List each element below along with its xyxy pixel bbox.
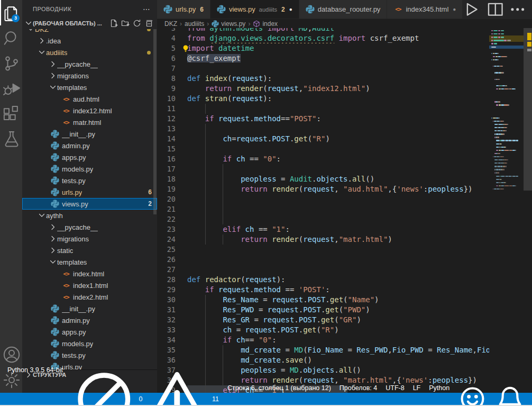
status-notifications[interactable] — [491, 384, 529, 406]
code-line-19[interactable]: 19 return render(request, "aud.html",{'n… — [157, 184, 489, 194]
breadcrumb-audiiits[interactable]: audiiits — [185, 20, 204, 28]
lightbulb-icon[interactable] — [181, 44, 190, 53]
code-line-36[interactable]: 36 md_create.save() — [157, 355, 489, 365]
tree-item-aud.html[interactable]: <>aud.html — [22, 93, 157, 105]
activitybar-run-debug[interactable] — [0, 76, 22, 102]
code-line-27[interactable]: 27 — [157, 265, 489, 275]
activitybar-extensions[interactable] — [0, 102, 22, 127]
tree-item-migrations[interactable]: migrations — [22, 70, 157, 82]
tree-item-__pycache__[interactable]: __pycache__ — [22, 221, 157, 233]
tree-item-DKZ[interactable]: DKZ — [22, 29, 157, 35]
activitybar-source-control[interactable] — [0, 51, 22, 76]
tab-database_roouter.py[interactable]: database_roouter.py — [299, 0, 388, 19]
tree-item-aythh[interactable]: aythh — [22, 210, 157, 221]
minimap[interactable] — [489, 28, 524, 393]
tree-item-admin.py[interactable]: admin.py — [22, 140, 157, 151]
breadcrumb-DKZ[interactable]: DKZ — [164, 20, 177, 28]
tree-item-models.py[interactable]: models.py — [22, 338, 157, 349]
chevron-down-icon[interactable] — [481, 7, 482, 13]
tree-item-audiiits[interactable]: audiiits — [22, 47, 157, 58]
code-line-30[interactable]: 30 Res_Name = request.POST.get("Name") — [157, 295, 489, 305]
status-indentation[interactable]: Пробелов: 4 — [335, 384, 381, 392]
breadcrumb-index[interactable]: index — [253, 20, 278, 28]
code-line-29[interactable]: 29 if request.method == 'POST': — [157, 285, 489, 295]
tree-item-urls.py[interactable]: urls.py6 — [22, 186, 157, 198]
tree-item-apps.py[interactable]: apps.py — [22, 151, 157, 163]
code-line-10[interactable]: 10def stran(request): — [157, 94, 489, 104]
refresh-icon[interactable] — [133, 19, 141, 28]
code-line-3[interactable]: 3from aythh.models import MD,Audit — [157, 28, 489, 33]
status-cursor-position[interactable]: Строка 6, столбец 1 (выбрано 12) — [223, 384, 335, 392]
code-line-35[interactable]: 35 md_create = MD(Fio_Name = Res_PWD,Fio… — [157, 345, 489, 355]
tree-item-static[interactable]: static — [22, 245, 157, 256]
breadcrumb-views.py[interactable]: views.py — [212, 20, 245, 28]
tree-item-__pycache__[interactable]: __pycache__ — [22, 58, 157, 70]
tree-item-matr.html[interactable]: <>matr.html — [22, 116, 157, 128]
tree-item-index2.html[interactable]: <>index2.html — [22, 291, 157, 303]
activitybar-explorer[interactable]: 3 — [0, 0, 22, 25]
status-problems[interactable]: 011 — [67, 366, 223, 406]
status-python-version[interactable]: Python 3.9.5 64-bit — [3, 366, 67, 374]
status-encoding[interactable]: UTF-8 — [381, 384, 408, 392]
activitybar-account[interactable] — [0, 342, 22, 367]
code-line-5[interactable]: 5import datetime — [157, 43, 489, 53]
new-folder-icon[interactable] — [121, 19, 130, 28]
code-line-8[interactable]: 8def index(request): — [157, 74, 489, 84]
tree-item-__init__.py[interactable]: __init__.py — [22, 128, 157, 140]
tree-item-tests.py[interactable]: tests.py — [22, 175, 157, 186]
code-line-28[interactable]: 28def redactor(request): — [157, 275, 489, 285]
code-line-9[interactable]: 9 return render(request,"index12.html") — [157, 84, 489, 94]
tree-item-__init__.py[interactable]: __init__.py — [22, 303, 157, 314]
code-line-15[interactable]: 15 — [157, 144, 489, 154]
code-line-21[interactable]: 21 — [157, 204, 489, 214]
tree-item-tests.py[interactable]: tests.py — [22, 349, 157, 361]
tab-index345.html[interactable]: <>index345.html● — [387, 0, 463, 19]
code-line-26[interactable]: 26 — [157, 255, 489, 265]
code-line-14[interactable]: 14 ch=request.POST.get("R") — [157, 134, 489, 144]
code-line-17[interactable]: 17 — [157, 164, 489, 174]
tree-item-.idea[interactable]: .idea — [22, 35, 157, 47]
tree-item-admin.py[interactable]: admin.py — [22, 314, 157, 326]
activitybar-testing[interactable] — [0, 127, 22, 152]
status-eol[interactable]: LF — [409, 384, 425, 392]
code-line-22[interactable]: 22 — [157, 214, 489, 224]
code-line-20[interactable]: 20 — [157, 194, 489, 204]
workspace-section-header[interactable]: (РАБОЧАЯ ОБЛАСТЬ) ... — [22, 17, 157, 29]
tree-item-migrations[interactable]: migrations — [22, 233, 157, 245]
activitybar-search[interactable] — [0, 25, 22, 51]
status-feedback[interactable] — [454, 384, 491, 406]
code-line-6[interactable]: 6@csrf_exempt — [157, 53, 489, 64]
code-line-16[interactable]: 16 if ch == "0": — [157, 154, 489, 164]
dirty-indicator-icon[interactable]: ● — [453, 6, 456, 12]
code-line-33[interactable]: 33 ch = request.POST.get("R") — [157, 325, 489, 335]
tree-item-templates[interactable]: templates — [22, 82, 157, 93]
code-line-12[interactable]: 12 if request.method=="POST": — [157, 114, 489, 124]
dirty-indicator-icon[interactable]: ● — [289, 6, 292, 12]
collapse-all-icon[interactable] — [144, 19, 153, 28]
more-actions-icon[interactable]: ⋯ — [143, 5, 151, 13]
editor-scrollbar[interactable] — [524, 28, 532, 191]
tree-item-index12.html[interactable]: <>index12.html — [22, 105, 157, 116]
code-line-34[interactable]: 34 if ch== "0": — [157, 335, 489, 345]
code-line-23[interactable]: 23 elif ch == "1": — [157, 224, 489, 234]
sidebar-scrollbar[interactable] — [153, 29, 157, 214]
status-language-mode[interactable]: Python — [425, 384, 454, 392]
ellipsis-icon[interactable] — [509, 1, 526, 17]
new-file-icon[interactable] — [109, 19, 118, 28]
code-line-18[interactable]: 18 peopless = Audit.objects.all() — [157, 174, 489, 184]
run-icon[interactable] — [463, 1, 479, 17]
tree-item-views.py[interactable]: views.py2 — [22, 198, 157, 210]
code-line-24[interactable]: 24 return render(request,"matr.html") — [157, 234, 489, 245]
code-line-11[interactable]: 11 — [157, 104, 489, 114]
code-editor[interactable]: 3from aythh.models import MD,Audit4from … — [157, 28, 532, 393]
code-line-13[interactable]: 13 — [157, 124, 489, 134]
split-editor-icon[interactable] — [487, 1, 503, 17]
tree-item-index1.html[interactable]: <>index1.html — [22, 279, 157, 291]
code-line-7[interactable]: 7 — [157, 64, 489, 74]
code-line-25[interactable]: 25 — [157, 245, 489, 255]
tree-item-index.html[interactable]: <>index.html — [22, 268, 157, 279]
tree-item-templates[interactable]: templates — [22, 256, 157, 268]
code-line-32[interactable]: 32 Res_GR = request.POST.get("GR") — [157, 315, 489, 325]
tree-item-apps.py[interactable]: apps.py — [22, 326, 157, 338]
tab-views.py[interactable]: views.pyaudiiits2● — [210, 0, 299, 19]
